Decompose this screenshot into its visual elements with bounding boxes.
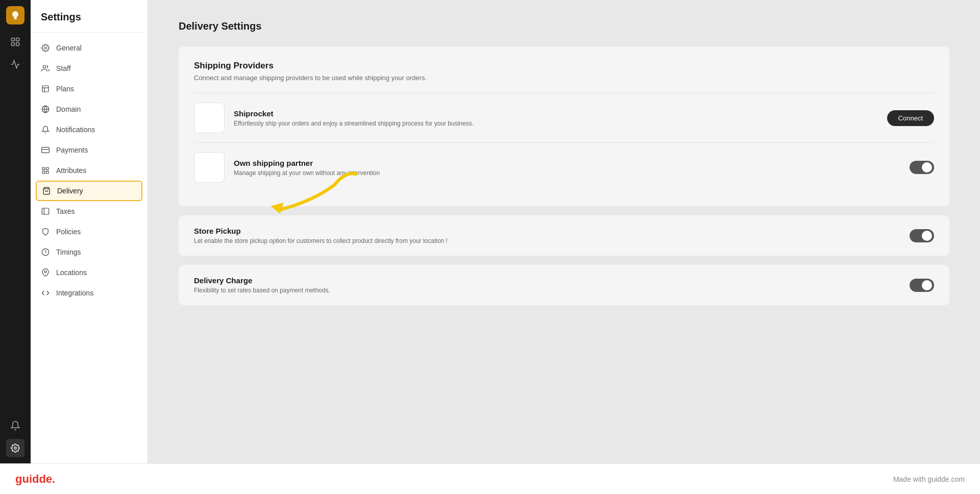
svg-rect-18 [46, 171, 48, 174]
svg-rect-15 [42, 167, 45, 170]
svg-point-5 [14, 447, 17, 450]
svg-rect-8 [42, 86, 48, 92]
plans-icon [41, 84, 50, 93]
sidebar-item-label: Taxes [56, 207, 75, 215]
sidebar: Settings General Staff [31, 0, 148, 463]
svg-rect-1 [12, 38, 15, 41]
sidebar-item-general[interactable]: General [31, 38, 148, 58]
own-shipping-desc: Manage shipping at your own without any … [234, 169, 900, 177]
policies-icon [41, 227, 50, 236]
nav-analytics-icon[interactable] [6, 55, 24, 73]
general-icon [41, 43, 50, 53]
sidebar-item-label: Delivery [57, 187, 83, 195]
sidebar-item-label: Payments [56, 146, 88, 154]
sidebar-item-plans[interactable]: Plans [31, 79, 148, 99]
sidebar-item-domain[interactable]: Domain [31, 99, 148, 119]
sidebar-item-policies[interactable]: Policies [31, 221, 148, 242]
svg-rect-16 [46, 167, 48, 170]
sidebar-item-label: Integrations [56, 289, 93, 297]
delivery-charge-toggle[interactable] [910, 279, 934, 292]
svg-rect-4 [16, 43, 19, 46]
svg-point-7 [43, 65, 45, 68]
payments-icon [41, 145, 50, 155]
sidebar-item-label: Attributes [56, 166, 86, 175]
locations-icon [41, 268, 50, 277]
sidebar-item-integrations[interactable]: Integrations [31, 283, 148, 303]
sidebar-nav: General Staff Plans [31, 33, 148, 463]
shipping-providers-card: Shipping Providers Connect and manage sh… [179, 46, 949, 206]
sidebar-item-label: Plans [56, 85, 74, 93]
sidebar-item-attributes[interactable]: Attributes [31, 160, 148, 181]
own-shipping-toggle[interactable] [910, 161, 934, 174]
own-shipping-logo [194, 152, 225, 183]
delivery-charge-card: Delivery Charge Flexibility to set rates… [179, 265, 949, 305]
attributes-icon [41, 166, 50, 175]
sidebar-item-label: Policies [56, 228, 81, 236]
nav-notifications-icon[interactable] [6, 416, 24, 435]
shipping-providers-desc: Connect and manage shipping providers to… [194, 74, 934, 82]
svg-rect-2 [16, 38, 19, 41]
store-pickup-title: Store Pickup [194, 227, 448, 235]
main-content: Delivery Settings Shipping Providers Con… [148, 0, 980, 463]
footer-logo: guidde. [15, 473, 55, 486]
store-pickup-card: Store Pickup Let enable the store pickup… [179, 215, 949, 256]
sidebar-title: Settings [31, 0, 148, 33]
shipping-providers-title: Shipping Providers [194, 61, 934, 71]
delivery-charge-desc: Flexibility to set rates based on paymen… [194, 287, 330, 294]
shiprocket-desc: Effortlessly ship your orders and enjoy … [234, 120, 878, 127]
sidebar-item-label: Notifications [56, 126, 95, 134]
delivery-charge-info: Delivery Charge Flexibility to set rates… [194, 276, 330, 294]
svg-rect-20 [42, 208, 48, 214]
timings-icon [41, 248, 50, 257]
shiprocket-logo [194, 103, 225, 133]
sidebar-item-label: Locations [56, 268, 87, 277]
app-logo[interactable] [6, 6, 24, 24]
nav-store-icon[interactable] [6, 33, 24, 51]
sidebar-item-timings[interactable]: Timings [31, 242, 148, 262]
nav-settings-icon[interactable] [6, 439, 24, 457]
icon-bar [0, 0, 31, 463]
shiprocket-connect-button[interactable]: Connect [887, 110, 934, 126]
own-shipping-info: Own shipping partner Manage shipping at … [234, 159, 900, 177]
svg-rect-0 [14, 18, 17, 19]
svg-point-6 [44, 47, 46, 49]
sidebar-item-locations[interactable]: Locations [31, 262, 148, 283]
sidebar-item-taxes[interactable]: Taxes [31, 201, 148, 221]
footer-tagline: Made with guidde.com [893, 475, 965, 483]
store-pickup-toggle[interactable] [910, 229, 934, 242]
delivery-charge-title: Delivery Charge [194, 276, 330, 285]
sidebar-item-label: Domain [56, 105, 81, 113]
svg-rect-13 [42, 147, 50, 153]
sidebar-item-delivery[interactable]: Delivery [36, 181, 142, 201]
sidebar-item-notifications[interactable]: Notifications [31, 119, 148, 140]
delivery-icon [42, 186, 51, 195]
page-title: Delivery Settings [179, 20, 949, 32]
shiprocket-info: Shiprocket Effortlessly ship your orders… [234, 109, 878, 127]
own-shipping-row: Own shipping partner Manage shipping at … [194, 142, 934, 192]
shiprocket-name: Shiprocket [234, 109, 878, 118]
integrations-icon [41, 288, 50, 298]
sidebar-item-label: Timings [56, 248, 81, 256]
sidebar-item-staff[interactable]: Staff [31, 58, 148, 79]
svg-rect-3 [12, 43, 15, 46]
footer: guidde. Made with guidde.com [0, 463, 980, 494]
store-pickup-desc: Let enable the store pickup option for c… [194, 237, 448, 244]
shiprocket-row: Shiprocket Effortlessly ship your orders… [194, 93, 934, 142]
staff-icon [41, 64, 50, 73]
sidebar-item-label: Staff [56, 64, 71, 72]
sidebar-item-label: General [56, 44, 82, 52]
sidebar-item-payments[interactable]: Payments [31, 140, 148, 160]
domain-icon [41, 105, 50, 114]
notifications-icon [41, 125, 50, 134]
svg-rect-17 [42, 171, 45, 174]
svg-point-23 [44, 271, 46, 273]
store-pickup-info: Store Pickup Let enable the store pickup… [194, 227, 448, 244]
own-shipping-name: Own shipping partner [234, 159, 900, 167]
taxes-icon [41, 207, 50, 216]
